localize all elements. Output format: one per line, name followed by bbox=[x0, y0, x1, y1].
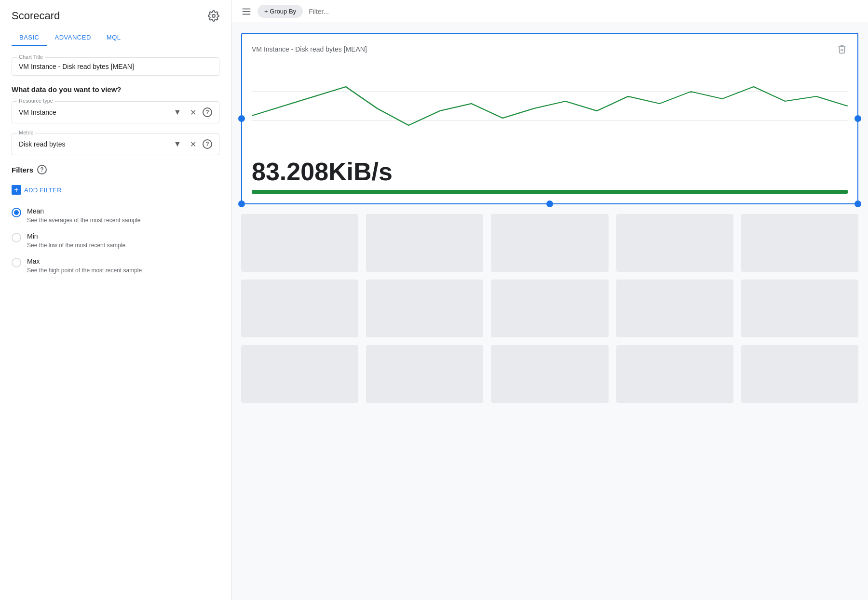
metric-help[interactable]: ? bbox=[203, 139, 212, 149]
placeholder-card bbox=[366, 214, 483, 272]
filters-label: Filters bbox=[12, 166, 33, 174]
filter-input[interactable] bbox=[309, 8, 858, 15]
placeholder-row-2 bbox=[241, 280, 858, 337]
tab-mql[interactable]: MQL bbox=[99, 30, 129, 46]
placeholder-card bbox=[241, 214, 358, 272]
tab-advanced[interactable]: ADVANCED bbox=[47, 30, 99, 46]
gear-button[interactable] bbox=[208, 10, 219, 22]
resize-handle-left[interactable] bbox=[238, 115, 245, 122]
radio-max-desc: See the high point of the most recent sa… bbox=[27, 267, 142, 275]
metric-dropdown[interactable]: ▼ bbox=[172, 138, 183, 150]
placeholder-card bbox=[491, 214, 608, 272]
placeholder-card bbox=[741, 214, 858, 272]
tab-basic[interactable]: BASIC bbox=[12, 30, 47, 46]
panel-content: Chart Title What data do you want to vie… bbox=[0, 57, 231, 274]
placeholder-card bbox=[741, 345, 858, 403]
top-toolbar: + Group By bbox=[231, 0, 868, 23]
radio-mean[interactable]: Mean See the averages of the most recent… bbox=[12, 207, 219, 225]
add-filter-plus-icon: + bbox=[12, 185, 21, 195]
what-data-title: What data do you want to view? bbox=[12, 85, 219, 93]
placeholder-row-3 bbox=[241, 345, 858, 403]
add-filter-button[interactable]: + ADD FILTER bbox=[12, 182, 62, 198]
delete-chart-button[interactable] bbox=[836, 43, 848, 55]
radio-min-text: Min See the low of the most recent sampl… bbox=[27, 232, 125, 250]
panel-title: Scorecard bbox=[12, 10, 60, 22]
resource-type-help[interactable]: ? bbox=[203, 107, 212, 117]
resource-type-label: Resource type bbox=[17, 98, 55, 104]
radio-max[interactable]: Max See the high point of the most recen… bbox=[12, 257, 219, 275]
right-panel: + Group By VM Instance - Disk read bytes… bbox=[231, 0, 868, 600]
resource-type-dropdown[interactable]: ▼ bbox=[172, 107, 183, 118]
metric-clear[interactable]: ✕ bbox=[187, 138, 199, 150]
resource-type-group: Resource type VM Instance ▼ ✕ ? bbox=[12, 101, 219, 123]
radio-max-label: Max bbox=[27, 257, 142, 265]
radio-group: Mean See the averages of the most recent… bbox=[12, 207, 219, 274]
resize-handle-bottom-mid[interactable] bbox=[546, 200, 553, 207]
radio-min-label: Min bbox=[27, 232, 125, 240]
metric-icons: ▼ ✕ ? bbox=[172, 138, 212, 150]
charts-area: VM Instance - Disk read bytes [MEAN] .ch… bbox=[231, 23, 868, 600]
resource-type-icons: ▼ ✕ ? bbox=[172, 107, 212, 118]
metric-label: Metric bbox=[17, 130, 35, 135]
chart-title-label: Chart Title bbox=[17, 54, 45, 60]
radio-mean-label: Mean bbox=[27, 207, 140, 215]
chart-title-wrapper: Chart Title bbox=[12, 57, 219, 76]
radio-mean-desc: See the averages of the most recent samp… bbox=[27, 216, 140, 225]
metric-group: Metric Disk read bytes ▼ ✕ ? bbox=[12, 133, 219, 155]
resize-handle-right[interactable] bbox=[854, 115, 861, 122]
radio-min-circle bbox=[12, 233, 21, 242]
placeholder-row-1 bbox=[241, 214, 858, 272]
radio-min[interactable]: Min See the low of the most recent sampl… bbox=[12, 232, 219, 250]
resource-type-wrapper[interactable]: Resource type VM Instance ▼ ✕ ? bbox=[12, 101, 219, 123]
placeholder-card bbox=[241, 345, 358, 403]
filters-help[interactable]: ? bbox=[37, 165, 47, 174]
radio-min-desc: See the low of the most recent sample bbox=[27, 241, 125, 250]
chart-card-header: VM Instance - Disk read bytes [MEAN] bbox=[252, 43, 848, 55]
radio-mean-inner bbox=[14, 210, 19, 215]
chart-value: 83.208KiB/s bbox=[252, 157, 848, 186]
placeholder-card bbox=[616, 345, 733, 403]
placeholder-card bbox=[491, 280, 608, 337]
placeholder-card bbox=[366, 345, 483, 403]
group-by-button[interactable]: + Group By bbox=[258, 5, 303, 18]
radio-max-circle bbox=[12, 258, 21, 267]
resource-type-value: VM Instance bbox=[19, 108, 172, 116]
filter-lines-button[interactable] bbox=[241, 6, 252, 17]
resize-handle-bottom-left[interactable] bbox=[238, 200, 245, 207]
radio-mean-text: Mean See the averages of the most recent… bbox=[27, 207, 140, 225]
svg-point-0 bbox=[212, 14, 215, 17]
line-chart: .chart-line { fill: none; stroke: #1e8e3… bbox=[252, 63, 848, 149]
resource-type-clear[interactable]: ✕ bbox=[187, 107, 199, 118]
filters-row: Filters ? bbox=[12, 165, 219, 174]
chart-green-bar bbox=[252, 190, 848, 194]
metric-value: Disk read bytes bbox=[19, 140, 172, 148]
placeholder-card bbox=[616, 280, 733, 337]
main-chart-card: VM Instance - Disk read bytes [MEAN] .ch… bbox=[241, 33, 858, 204]
tabs-row: BASIC ADVANCED MQL bbox=[0, 30, 231, 46]
radio-max-text: Max See the high point of the most recen… bbox=[27, 257, 142, 275]
placeholder-card bbox=[741, 280, 858, 337]
placeholder-card bbox=[616, 214, 733, 272]
chart-title-input[interactable] bbox=[19, 63, 212, 70]
resize-handle-bottom-right[interactable] bbox=[854, 200, 861, 207]
placeholder-card bbox=[241, 280, 358, 337]
metric-wrapper[interactable]: Metric Disk read bytes ▼ ✕ ? bbox=[12, 133, 219, 155]
chart-card-title: VM Instance - Disk read bytes [MEAN] bbox=[252, 45, 367, 53]
chart-title-group: Chart Title bbox=[12, 57, 219, 76]
add-filter-label: ADD FILTER bbox=[24, 187, 62, 194]
left-panel: Scorecard BASIC ADVANCED MQL Chart Title… bbox=[0, 0, 231, 600]
group-by-label: + Group By bbox=[264, 8, 296, 15]
radio-mean-circle bbox=[12, 208, 21, 217]
placeholder-card bbox=[366, 280, 483, 337]
panel-header: Scorecard bbox=[0, 0, 231, 30]
placeholder-card bbox=[491, 345, 608, 403]
